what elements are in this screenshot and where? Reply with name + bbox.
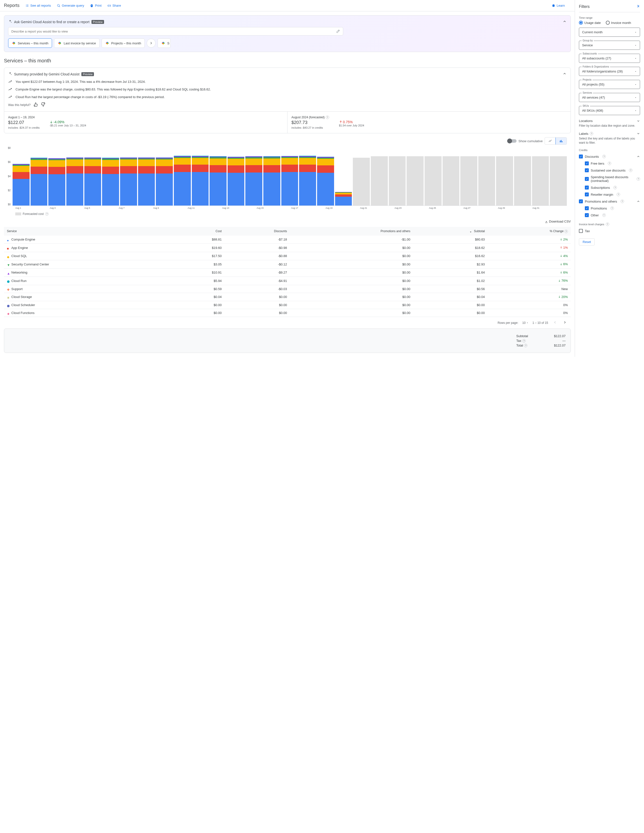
- share-link[interactable]: Share: [108, 4, 121, 7]
- bar-col[interactable]: [317, 146, 334, 206]
- table-row[interactable]: ●Compute Engine$88.81-$7.18-$1.00$80.63 …: [4, 236, 571, 244]
- bar-col[interactable]: [138, 146, 155, 206]
- bar-col[interactable]: [156, 146, 173, 206]
- help-icon[interactable]: ?: [629, 169, 633, 172]
- folders-select[interactable]: Folders & OrganizationsAll folders/organ…: [579, 67, 640, 76]
- bar-col[interactable]: [281, 146, 298, 206]
- line-chart-button[interactable]: [545, 138, 556, 145]
- usage-date-radio[interactable]: Usage date: [579, 21, 601, 25]
- bar-col[interactable]: [209, 146, 227, 206]
- tax-checkbox[interactable]: Tax: [579, 227, 640, 234]
- help-icon[interactable]: ?: [522, 339, 526, 343]
- bar-col[interactable]: [174, 146, 191, 206]
- bar-col[interactable]: [84, 146, 101, 206]
- suggestion-last-invoice[interactable]: Last invoice by service: [54, 39, 100, 48]
- labels-section[interactable]: Labels?: [579, 132, 640, 135]
- prev-page-button[interactable]: [552, 319, 558, 326]
- free-tiers-checkbox[interactable]: Free tiers?: [585, 160, 640, 167]
- col-promo[interactable]: Promotions and others: [290, 227, 413, 236]
- help-icon[interactable]: ?: [524, 344, 527, 347]
- col-discounts[interactable]: Discounts: [225, 227, 290, 236]
- bar-col[interactable]: [371, 146, 388, 206]
- gemini-input[interactable]: [11, 30, 336, 33]
- bar-col[interactable]: [66, 146, 83, 206]
- subaccounts-select[interactable]: SubaccountsAll subaccounts (27): [579, 54, 640, 63]
- collapse-button[interactable]: [563, 19, 567, 24]
- bar-col[interactable]: [460, 146, 477, 206]
- bar-col[interactable]: [514, 146, 531, 206]
- table-row[interactable]: ⬢Cloud Run$5.94-$4.91$0.00$1.02 76%: [4, 277, 571, 285]
- bar-col[interactable]: [407, 146, 423, 206]
- help-icon[interactable]: ?: [606, 222, 609, 226]
- help-icon[interactable]: ?: [45, 212, 48, 215]
- collapse-button[interactable]: [563, 72, 567, 76]
- table-row[interactable]: ■App Engine$19.60-$0.98$0.00$18.62 1%: [4, 244, 571, 252]
- bar-col[interactable]: [192, 146, 209, 206]
- help-icon[interactable]: ?: [326, 116, 329, 119]
- table-row[interactable]: ◆Cloud SQL$17.50-$0.88$0.00$16.62 4%: [4, 252, 571, 260]
- other-checkbox[interactable]: Other?: [585, 212, 640, 219]
- group-by-select[interactable]: Group byService: [579, 41, 640, 50]
- reset-button[interactable]: Reset: [579, 238, 595, 246]
- sustained-checkbox[interactable]: Sustained use discounts?: [585, 167, 640, 174]
- bar-col[interactable]: [48, 146, 65, 206]
- chevron-up-icon[interactable]: [637, 199, 640, 203]
- help-icon[interactable]: ?: [617, 193, 620, 196]
- pencil-icon[interactable]: [336, 29, 340, 33]
- print-link[interactable]: Print: [90, 4, 101, 7]
- expand-filters-button[interactable]: [636, 4, 640, 9]
- scroll-right-button[interactable]: [147, 39, 156, 48]
- discounts-checkbox[interactable]: Discounts?: [579, 153, 640, 160]
- col-cost[interactable]: Cost: [171, 227, 225, 236]
- bar-chart-button[interactable]: [555, 137, 567, 145]
- col-subtotal[interactable]: Subtotal: [413, 227, 488, 236]
- col-service[interactable]: Service: [4, 227, 171, 236]
- suggestion-services[interactable]: Services – this month: [8, 39, 52, 48]
- learn-link[interactable]: Learn: [552, 4, 565, 7]
- help-icon[interactable]: ?: [564, 230, 568, 233]
- thumbs-down-button[interactable]: [41, 102, 45, 108]
- help-icon[interactable]: ?: [608, 162, 611, 165]
- bar-col[interactable]: [120, 146, 137, 206]
- suggestion-peek[interactable]: S: [158, 39, 171, 48]
- bar-col[interactable]: [263, 146, 280, 206]
- bar-col[interactable]: [496, 146, 513, 206]
- generate-query-link[interactable]: Generate query: [57, 4, 84, 7]
- help-icon[interactable]: ?: [637, 177, 640, 181]
- skus-select[interactable]: SKUsAll SKUs (408): [579, 106, 640, 115]
- help-icon[interactable]: ?: [610, 206, 614, 210]
- locations-section[interactable]: Locations: [579, 119, 640, 123]
- bar-col[interactable]: [443, 146, 460, 206]
- reseller-checkbox[interactable]: Reseller margin?: [585, 191, 640, 198]
- help-icon[interactable]: ?: [621, 199, 624, 203]
- invoice-month-radio[interactable]: Invoice month: [606, 21, 631, 25]
- chevron-up-icon[interactable]: [637, 155, 640, 158]
- gemini-input-wrap[interactable]: [8, 27, 343, 35]
- table-row[interactable]: ⬣Cloud Scheduler$0.00$0.00$0.00$0.00 0%: [4, 301, 571, 309]
- promo-others-checkbox[interactable]: Promotions and others?: [579, 198, 640, 205]
- suggestion-projects[interactable]: Projects – this month: [101, 39, 145, 48]
- bar-col[interactable]: [13, 146, 30, 206]
- help-icon[interactable]: ?: [602, 214, 606, 217]
- bar-col[interactable]: [478, 146, 495, 206]
- time-range-select[interactable]: Current month: [579, 27, 640, 37]
- table-row[interactable]: ▲Networking$10.91-$9.27$0.00$1.64 6%: [4, 269, 571, 277]
- promotions-checkbox[interactable]: Promotions?: [585, 205, 640, 212]
- col-change[interactable]: % Change ?: [488, 227, 571, 236]
- spending-checkbox[interactable]: Spending based discounts (contractual)?: [585, 174, 640, 184]
- bar-col[interactable]: [550, 146, 567, 206]
- bar-col[interactable]: [227, 146, 245, 206]
- bar-col[interactable]: [425, 146, 441, 206]
- projects-select[interactable]: ProjectsAll projects (55): [579, 80, 640, 89]
- rows-select[interactable]: 10: [522, 321, 528, 325]
- bar-col[interactable]: [532, 146, 549, 206]
- download-csv-link[interactable]: Download CSV: [545, 220, 571, 223]
- bar-col[interactable]: [335, 146, 352, 206]
- table-row[interactable]: ▼Security Command Center$3.05-$0.12$0.00…: [4, 260, 571, 269]
- next-page-button[interactable]: [562, 319, 568, 326]
- services-select[interactable]: ServicesAll services (47): [579, 93, 640, 102]
- bar-col[interactable]: [245, 146, 262, 206]
- table-row[interactable]: ★Cloud Functions$0.00$0.00$0.00$0.00 0%: [4, 309, 571, 317]
- bar-col[interactable]: [31, 146, 48, 206]
- bar-col[interactable]: [102, 146, 119, 206]
